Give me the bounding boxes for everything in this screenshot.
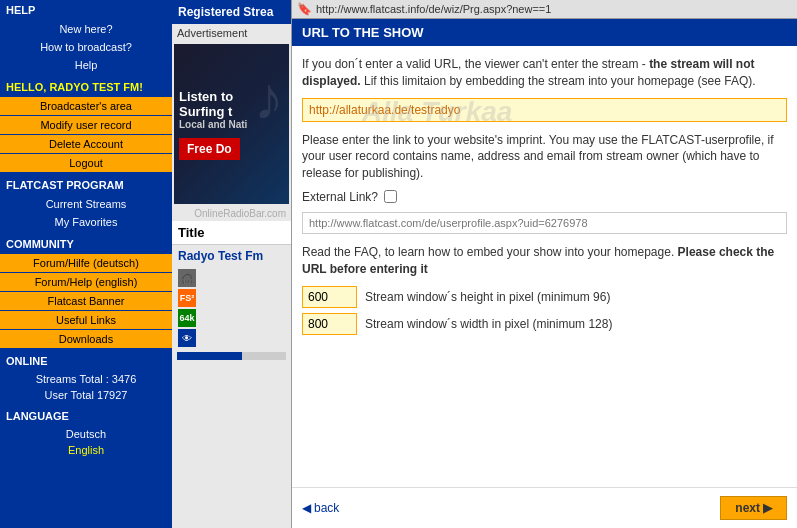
streams-total-stat: Streams Total : 3476 [0,371,172,387]
info-text-2: Please enter the link to your website's … [302,132,787,182]
user-total-stat: User Total 17927 [0,387,172,403]
sidebar-section-language: LANGUAGE [0,406,172,426]
fs-icon: FS² [178,289,196,307]
height-pixel-row: Stream window´s height in pixel (minimum… [302,286,787,308]
next-button[interactable]: next ▶ [720,496,787,520]
external-link-checkbox[interactable] [384,190,397,203]
middle-header: Registered Strea [172,0,291,24]
height-input[interactable] [302,286,357,308]
advertisement-label: Advertisement [172,24,291,42]
icon-row-fs: FS² [178,289,285,307]
external-link-row: External Link? [302,190,787,204]
station-name: Radyo Test Fm [172,245,291,267]
icon-row-headphone: 🎧 [178,269,285,287]
icon-row-eye: 👁 [178,329,285,347]
ad-line-2: Surfing t [179,104,232,119]
middle-panel: Registered Strea Advertisement ♪ Listen … [172,0,292,528]
back-arrow-icon: ◀ [302,501,311,515]
sidebar-item-broadcaster[interactable]: Broadcaster's area [0,97,172,115]
sidebar-item-current-streams[interactable]: Current Streams [0,195,172,213]
progress-bar-fill [177,352,242,360]
sidebar-item-new-here[interactable]: New here? [0,20,172,38]
main-body: If you don´t enter a valid URL, the view… [292,46,797,487]
eye-icon: 👁 [178,329,196,347]
sidebar-section-help: HELP [0,0,172,20]
sidebar: HELP New here? How to broadcast? Help HE… [0,0,172,528]
sidebar-section-hello: HELLO, RADYO TEST FM! [0,77,172,97]
headphone-icon: 🎧 [178,269,196,287]
url-bar-text: http://www.flatcast.info/de/wiz/Prg.aspx… [316,3,551,15]
sidebar-item-downloads[interactable]: Downloads [0,330,172,348]
ad-line-3: Local and Nati [179,119,247,130]
user-profile-input[interactable] [302,212,787,234]
read-faq-text: Read the FAQ, to learn how to embed your… [302,244,787,278]
width-input[interactable] [302,313,357,335]
next-arrow-icon: ▶ [763,501,772,515]
url-input-wrap: Alla Turkaa [302,98,787,132]
sidebar-section-online: ONLINE [0,351,172,371]
ad-line-1: Listen to [179,89,233,104]
sidebar-item-deutsch[interactable]: Deutsch [0,426,172,442]
url-bar: 🔖 http://www.flatcast.info/de/wiz/Prg.as… [292,0,797,19]
sidebar-section-community: COMMUNITY [0,234,172,254]
progress-bar [177,352,286,360]
sidebar-item-english[interactable]: English [0,442,172,458]
sidebar-item-useful-links[interactable]: Useful Links [0,311,172,329]
ad-site-label: OnlineRadioBar.com [172,206,291,221]
width-label: Stream window´s width in pixel (minimum … [365,317,612,331]
ad-banner[interactable]: ♪ Listen to Surfing t Local and Nati Fre… [174,44,289,204]
info-text-1: If you don´t enter a valid URL, the view… [302,56,787,90]
main-section-header: URL TO THE SHOW [292,19,797,46]
url-input[interactable] [302,98,787,122]
width-pixel-row: Stream window´s width in pixel (minimum … [302,313,787,335]
sidebar-item-help[interactable]: Help [0,56,172,74]
icon-row-64k: 64k [178,309,285,327]
sidebar-item-modify-user[interactable]: Modify user record [0,116,172,134]
title-header: Title [172,221,291,245]
sidebar-item-my-favorites[interactable]: My Favorites [0,213,172,231]
sidebar-item-forum-deutsch[interactable]: Forum/Hilfe (deutsch) [0,254,172,272]
back-button[interactable]: ◀ back [302,501,339,515]
sidebar-section-flatcast: FLATCAST PROGRAM [0,175,172,195]
64k-icon: 64k [178,309,196,327]
main-content: 🔖 http://www.flatcast.info/de/wiz/Prg.as… [292,0,797,528]
ad-free-button[interactable]: Free Do [179,138,240,160]
sidebar-item-flatcast-banner[interactable]: Flatcast Banner [0,292,172,310]
sidebar-item-logout[interactable]: Logout [0,154,172,172]
external-link-label: External Link? [302,190,378,204]
sidebar-item-delete-account[interactable]: Delete Account [0,135,172,153]
sidebar-item-forum-english[interactable]: Forum/Help (english) [0,273,172,291]
sidebar-item-how-to-broadcast[interactable]: How to broadcast? [0,38,172,56]
url-icon: 🔖 [297,2,312,16]
nav-buttons: ◀ back next ▶ [292,487,797,528]
music-notes-icon: ♪ [254,64,284,133]
station-icons: 🎧 FS² 64k 👁 [172,267,291,349]
height-label: Stream window´s height in pixel (minimum… [365,290,610,304]
